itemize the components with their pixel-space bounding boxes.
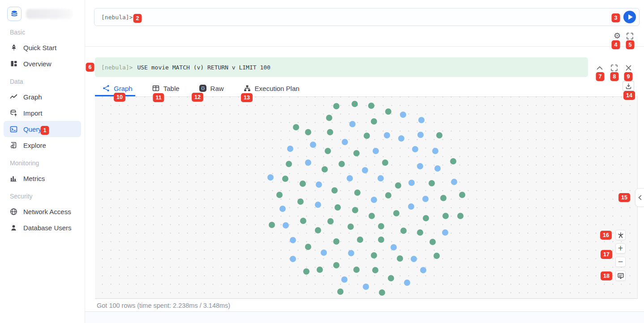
close-result-button[interactable] (623, 63, 633, 73)
graph-node[interactable] (373, 148, 379, 154)
graph-node[interactable] (342, 139, 348, 145)
graph-node[interactable] (411, 256, 417, 262)
graph-node[interactable] (382, 159, 388, 166)
graph-node[interactable] (327, 218, 334, 224)
graph-node[interactable] (316, 181, 322, 188)
graph-node[interactable] (385, 192, 391, 198)
graph-node[interactable] (368, 103, 374, 109)
graph-node[interactable] (325, 148, 331, 154)
graph-node[interactable] (423, 215, 429, 221)
graph-node[interactable] (434, 253, 440, 259)
collapse-result-button[interactable] (595, 63, 605, 73)
graph-node[interactable] (327, 129, 333, 135)
graph-node[interactable] (310, 142, 316, 148)
graph-node[interactable] (417, 163, 423, 169)
query-console-input[interactable]: [nebula]> (94, 8, 640, 26)
graph-node[interactable] (451, 179, 457, 185)
graph-node[interactable] (388, 275, 394, 281)
sidepanel-expand-handle[interactable] (635, 188, 644, 207)
graph-node[interactable] (364, 133, 370, 139)
sidebar-item-quick-start[interactable]: Quick Start (0, 39, 85, 56)
graph-node[interactable] (347, 175, 353, 181)
graph-node[interactable] (378, 237, 384, 243)
logo-box[interactable] (7, 7, 21, 21)
graph-node[interactable] (450, 158, 456, 164)
export-result-button[interactable] (623, 81, 634, 91)
sidebar-item-graph[interactable]: Graph (0, 89, 85, 105)
graph-node[interactable] (442, 229, 448, 236)
sidebar-item-database-users[interactable]: Database Users (0, 220, 85, 236)
graph-node[interactable] (408, 203, 414, 210)
graph-node[interactable] (322, 166, 328, 172)
graph-node[interactable] (331, 187, 338, 194)
console-settings-button[interactable]: ⚙ (613, 31, 622, 40)
graph-node[interactable] (369, 213, 375, 219)
graph-node[interactable] (286, 161, 292, 167)
graph-node[interactable] (300, 218, 306, 224)
graph-node[interactable] (420, 267, 426, 273)
graph-node[interactable] (337, 289, 343, 295)
graph-node[interactable] (384, 132, 390, 138)
graph-node[interactable] (397, 255, 403, 262)
graph-node[interactable] (321, 250, 327, 256)
graph-node[interactable] (315, 227, 321, 233)
graph-node[interactable] (353, 267, 360, 273)
screenshot-button[interactable] (615, 271, 626, 281)
graph-node[interactable] (429, 180, 435, 186)
graph-node[interactable] (362, 167, 368, 173)
graph-node[interactable] (290, 256, 296, 262)
graph-node[interactable] (398, 135, 404, 142)
graph-node[interactable] (457, 213, 464, 219)
graph-node[interactable] (287, 146, 293, 152)
graph-node[interactable] (267, 174, 274, 181)
graph-node[interactable] (283, 222, 289, 228)
graph-node[interactable] (391, 244, 397, 250)
sidebar-item-overview[interactable]: Overview (0, 56, 85, 72)
graph-node[interactable] (269, 222, 275, 228)
graph-node[interactable] (279, 206, 286, 212)
graph-node[interactable] (303, 268, 309, 275)
graph-node[interactable] (434, 165, 441, 172)
sidebar-item-explore[interactable]: Explore (0, 137, 85, 153)
console-fullscreen-button[interactable] (625, 31, 634, 40)
graph-node[interactable] (348, 224, 354, 230)
graph-node[interactable] (317, 267, 323, 273)
graph-node[interactable] (282, 176, 288, 182)
graph-node[interactable] (422, 196, 429, 202)
graph-node[interactable] (379, 289, 385, 296)
zoom-in-button[interactable]: + (615, 243, 626, 254)
graph-node[interactable] (352, 207, 358, 213)
graph-canvas[interactable] (95, 96, 638, 299)
graph-node[interactable] (348, 250, 354, 256)
graph-node[interactable] (378, 223, 384, 229)
sidebar-item-metrics[interactable]: Metrics (0, 170, 85, 186)
graph-node[interactable] (333, 238, 339, 245)
graph-node[interactable] (315, 202, 321, 208)
graph-node[interactable] (372, 267, 378, 273)
graph-node[interactable] (357, 237, 363, 243)
graph-node[interactable] (400, 112, 406, 118)
graph-node[interactable] (371, 118, 377, 125)
graph-node[interactable] (305, 159, 311, 166)
graph-node[interactable] (333, 103, 339, 109)
graph-node[interactable] (293, 124, 299, 130)
graph-node[interactable] (417, 229, 423, 236)
graph-node[interactable] (436, 132, 442, 138)
graph-node[interactable] (341, 276, 348, 283)
graph-node[interactable] (339, 161, 345, 167)
sidebar-item-import[interactable]: Import (0, 105, 85, 121)
graph-node[interactable] (432, 148, 438, 154)
graph-node[interactable] (326, 115, 332, 121)
graph-node[interactable] (349, 121, 356, 127)
graph-node[interactable] (354, 189, 361, 196)
graph-node[interactable] (335, 204, 341, 211)
graph-node[interactable] (408, 180, 415, 186)
graph-node[interactable] (371, 252, 377, 258)
graph-node[interactable] (333, 262, 339, 268)
graph-node[interactable] (371, 197, 377, 203)
tab-table[interactable]: Table (145, 80, 192, 96)
run-query-button[interactable] (623, 11, 636, 23)
graph-node[interactable] (352, 101, 358, 107)
graph-node[interactable] (305, 129, 311, 135)
graph-node[interactable] (290, 237, 296, 243)
